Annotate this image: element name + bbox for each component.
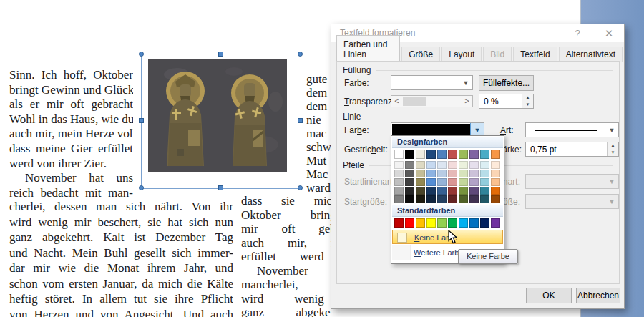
variant-color-swatch[interactable] — [491, 170, 500, 177]
standard-color-swatch[interactable] — [448, 218, 457, 228]
variant-color-swatch[interactable] — [437, 170, 447, 177]
variant-color-swatch[interactable] — [405, 187, 414, 195]
line-weight-spinner[interactable]: 0,75 pt ▲▼ — [525, 142, 619, 157]
line-style-combobox[interactable]: ▼ — [525, 122, 619, 137]
variant-color-swatch[interactable] — [426, 187, 436, 195]
theme-color-swatch[interactable] — [469, 150, 479, 159]
variant-color-swatch[interactable] — [491, 187, 500, 195]
variant-color-swatch[interactable] — [437, 161, 447, 169]
variant-color-swatch[interactable] — [491, 195, 500, 203]
standard-color-swatch[interactable] — [426, 218, 436, 228]
standard-color-swatch[interactable] — [459, 218, 468, 228]
help-icon[interactable]: ? — [567, 26, 588, 41]
variant-color-swatch[interactable] — [480, 187, 489, 195]
selection-handle[interactable] — [139, 52, 144, 57]
tab-farben-und-linien[interactable]: Farben und Linien — [336, 35, 400, 62]
variant-color-swatch[interactable] — [394, 195, 404, 203]
variant-color-swatch[interactable] — [416, 170, 425, 177]
slider-right-arrow-icon[interactable]: > — [462, 96, 472, 107]
tab-layout[interactable]: Layout — [441, 47, 482, 62]
transparency-spinner[interactable]: 0 % ▲▼ — [479, 94, 534, 109]
variant-color-swatch[interactable] — [437, 195, 447, 203]
variant-color-swatch[interactable] — [394, 161, 404, 169]
variant-color-swatch[interactable] — [491, 178, 500, 186]
variant-color-swatch[interactable] — [426, 195, 436, 203]
standard-color-swatch[interactable] — [405, 218, 414, 228]
variant-color-swatch[interactable] — [480, 170, 489, 177]
spinner-arrows[interactable]: ▲▼ — [607, 142, 618, 156]
selection-handle[interactable] — [139, 185, 144, 190]
variant-color-swatch[interactable] — [426, 178, 436, 186]
variant-color-swatch[interactable] — [394, 178, 404, 186]
chevron-down-icon[interactable]: ▼ — [459, 76, 472, 89]
variant-color-swatch[interactable] — [480, 195, 489, 203]
variant-color-swatch[interactable] — [480, 178, 489, 186]
variant-color-swatch[interactable] — [426, 170, 436, 177]
selection-handle[interactable] — [218, 185, 223, 190]
variant-color-swatch[interactable] — [394, 170, 404, 177]
transparency-slider[interactable]: < > — [391, 95, 473, 107]
standard-color-swatch[interactable] — [437, 218, 447, 228]
tab-bild[interactable]: Bild — [483, 47, 512, 62]
theme-color-swatch[interactable] — [416, 150, 425, 159]
variant-color-swatch[interactable] — [437, 178, 447, 186]
close-icon[interactable]: ✕ — [598, 26, 620, 41]
variant-color-swatch[interactable] — [405, 178, 414, 186]
variant-color-swatch[interactable] — [426, 161, 436, 169]
variant-color-swatch[interactable] — [448, 178, 457, 186]
ok-button[interactable]: OK — [526, 288, 572, 303]
spinner-arrows[interactable]: ▲▼ — [522, 94, 533, 108]
chevron-down-icon[interactable]: ▼ — [605, 123, 618, 137]
variant-color-swatch[interactable] — [469, 187, 479, 195]
theme-color-swatch[interactable] — [480, 150, 489, 159]
fill-effects-button[interactable]: Fülleffekte... — [479, 75, 534, 91]
variant-color-swatch[interactable] — [459, 195, 468, 203]
standard-color-swatch[interactable] — [469, 218, 479, 228]
variant-color-swatch[interactable] — [459, 170, 468, 177]
variant-color-swatch[interactable] — [405, 161, 414, 169]
variant-color-swatch[interactable] — [448, 170, 457, 177]
theme-color-swatch[interactable] — [426, 150, 436, 159]
variant-color-swatch[interactable] — [416, 195, 425, 203]
theme-color-swatch[interactable] — [437, 150, 447, 159]
inline-image[interactable] — [148, 59, 287, 172]
theme-color-swatch[interactable] — [405, 150, 414, 159]
variant-color-swatch[interactable] — [459, 161, 468, 169]
variant-color-swatch[interactable] — [469, 161, 479, 169]
selection-handle[interactable] — [298, 52, 303, 57]
standard-color-swatch[interactable] — [394, 218, 404, 228]
selection-handle[interactable] — [218, 52, 223, 57]
selection-handle[interactable] — [139, 118, 144, 123]
variant-color-swatch[interactable] — [405, 170, 414, 177]
selection-handle[interactable] — [298, 118, 303, 123]
variant-color-swatch[interactable] — [469, 170, 479, 177]
standard-color-swatch[interactable] — [480, 218, 489, 228]
selection-handle[interactable] — [298, 185, 303, 190]
variant-color-swatch[interactable] — [448, 195, 457, 203]
variant-color-swatch[interactable] — [394, 187, 404, 195]
theme-color-swatch[interactable] — [459, 150, 468, 159]
variant-color-swatch[interactable] — [469, 195, 479, 203]
theme-color-swatch[interactable] — [491, 150, 500, 159]
variant-color-swatch[interactable] — [480, 161, 489, 169]
theme-color-swatch[interactable] — [394, 150, 404, 159]
fill-color-combobox[interactable]: ▼ — [391, 75, 473, 90]
variant-color-swatch[interactable] — [459, 178, 468, 186]
variant-color-swatch[interactable] — [448, 187, 457, 195]
variant-color-swatch[interactable] — [416, 187, 425, 195]
variant-color-swatch[interactable] — [416, 178, 425, 186]
tab-textfeld[interactable]: Textfeld — [513, 47, 557, 62]
variant-color-swatch[interactable] — [416, 161, 425, 169]
tab-gr-e[interactable]: Größe — [401, 47, 440, 62]
variant-color-swatch[interactable] — [469, 178, 479, 186]
cancel-button[interactable]: Abbrechen — [576, 288, 620, 303]
variant-color-swatch[interactable] — [448, 161, 457, 169]
theme-color-swatch[interactable] — [448, 150, 457, 159]
variant-color-swatch[interactable] — [459, 187, 468, 195]
standard-color-swatch[interactable] — [491, 218, 500, 228]
standard-color-swatch[interactable] — [416, 218, 425, 228]
variant-color-swatch[interactable] — [405, 195, 414, 203]
variant-color-swatch[interactable] — [437, 187, 447, 195]
slider-left-arrow-icon[interactable]: < — [391, 96, 402, 107]
tab-alternativtext[interactable]: Alternativtext — [559, 47, 623, 62]
